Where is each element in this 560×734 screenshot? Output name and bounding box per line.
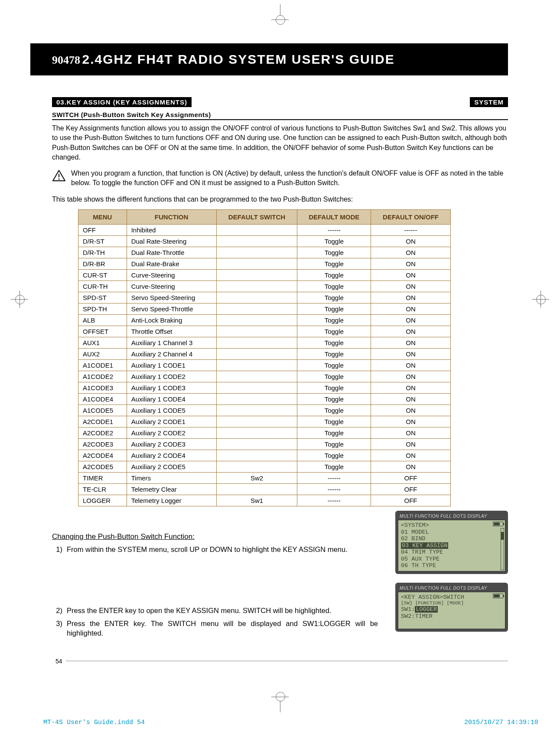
table-cell xyxy=(216,326,297,337)
table-cell: Toggle xyxy=(297,281,371,292)
table-cell xyxy=(216,416,297,427)
lcd1-screen: <SYSTEM>01 MODEL02 BIND03 KEY ASSIGN04 T… xyxy=(398,520,505,571)
table-cell: A2CODE2 xyxy=(78,427,127,439)
crop-mark-left xyxy=(11,290,28,308)
table-row: A1CODE1Auxiliary 1 CODE1ToggleON xyxy=(78,360,451,371)
table-cell: ON xyxy=(371,461,451,473)
lcd2-cols: [SW] [FUNCTION] [MODE] xyxy=(401,600,502,606)
table-row: A2CODE5Auxiliary 2 CODE5ToggleON xyxy=(78,461,451,473)
table-cell xyxy=(216,360,297,371)
table-cell: Telemetry Clear xyxy=(127,484,216,495)
footer-meta: MT-4S User's Guide.indd 54 2015/10/27 14… xyxy=(43,719,538,726)
table-cell xyxy=(216,349,297,360)
table-cell: D/R-BR xyxy=(78,258,127,270)
table-row: TIMERTimersSw2------OFF xyxy=(78,473,451,484)
intro-paragraph: The Key Assignments function allows you … xyxy=(52,124,508,163)
table-row: A2CODE3Auxiliary 2 CODE3ToggleON xyxy=(78,439,451,450)
table-cell xyxy=(216,382,297,394)
table-cell: A2CODE5 xyxy=(78,461,127,473)
table-cell: Toggle xyxy=(297,439,371,450)
table-row: SPD-THServo Speed-ThrottleToggleON xyxy=(78,303,451,315)
table-cell: ON xyxy=(371,382,451,394)
step-3-text: Press the ENTER key. The SWITCH menu wil… xyxy=(67,619,378,638)
table-cell: AUX2 xyxy=(78,349,127,360)
table-row: D/R-THDual Rate-ThrottleToggleON xyxy=(78,247,451,258)
table-cell xyxy=(216,247,297,258)
table-cell: Toggle xyxy=(297,349,371,360)
table-cell xyxy=(216,427,297,439)
table-cell: Toggle xyxy=(297,258,371,270)
table-cell: Toggle xyxy=(297,315,371,326)
table-cell xyxy=(216,315,297,326)
table-cell: Servo Speed-Steering xyxy=(127,292,216,303)
table-cell: A1CODE3 xyxy=(78,382,127,394)
lcd2-row2: SW2:TIMER xyxy=(401,613,502,620)
table-row: D/R-BRDual Rate-BrakeToggleON xyxy=(78,258,451,270)
page-number: 54 xyxy=(52,658,66,665)
lcd2-header: <KEY ASSIGN>SWITCH xyxy=(401,594,502,601)
table-cell xyxy=(216,439,297,450)
table-row: OFFSETThrottle OffsetToggleON xyxy=(78,326,451,337)
table-cell: Auxiliary 1 Channel 3 xyxy=(127,337,216,349)
table-cell: Timers xyxy=(127,473,216,484)
table-cell xyxy=(216,303,297,315)
table-intro: This table shows the different functions… xyxy=(52,196,508,203)
table-cell: AUX1 xyxy=(78,337,127,349)
step-3: 3)Press the ENTER key. The SWITCH menu w… xyxy=(52,619,378,638)
table-header: DEFAULT MODE xyxy=(297,210,371,225)
step-2-text: Press the ENTER key to open the KEY ASSI… xyxy=(67,606,331,615)
table-cell: ON xyxy=(371,349,451,360)
table-cell: Toggle xyxy=(297,326,371,337)
table-cell xyxy=(216,270,297,281)
lcd1-line: 03 KEY ASSIGN xyxy=(401,542,502,549)
section-tab-right: SYSTEM xyxy=(470,97,508,107)
table-cell: Auxiliary 1 CODE3 xyxy=(127,382,216,394)
table-row: A1CODE4Auxiliary 1 CODE4ToggleON xyxy=(78,394,451,405)
table-row: A2CODE1Auxiliary 2 CODE1ToggleON xyxy=(78,416,451,427)
table-cell: Toggle xyxy=(297,405,371,416)
table-cell xyxy=(216,337,297,349)
table-cell: TE-CLR xyxy=(78,484,127,495)
step-2: 2)Press the ENTER key to open the KEY AS… xyxy=(52,606,378,615)
table-cell: Toggle xyxy=(297,236,371,247)
table-cell xyxy=(216,484,297,495)
page-number-row: 54 xyxy=(52,658,508,665)
lcd1-line: 04 TRIM TYPE xyxy=(401,549,502,556)
table-cell xyxy=(216,371,297,382)
svg-point-1 xyxy=(59,178,60,179)
table-cell: Toggle xyxy=(297,371,371,382)
table-cell: Inhibited xyxy=(127,225,216,236)
table-header: MENU xyxy=(78,210,127,225)
table-header: DEFAULT SWITCH xyxy=(216,210,297,225)
table-cell: Auxiliary 2 CODE5 xyxy=(127,461,216,473)
warning-icon xyxy=(52,170,66,182)
table-cell: Auxiliary 1 CODE2 xyxy=(127,371,216,382)
instructions-heading: Changing the Push-Button Switch Function… xyxy=(52,532,378,541)
table-cell xyxy=(216,225,297,236)
table-cell xyxy=(216,450,297,461)
lcd1-line: 06 TH TYPE xyxy=(401,562,502,569)
table-row: A1CODE5Auxiliary 1 CODE5ToggleON xyxy=(78,405,451,416)
table-row: ALBAnti-Lock BrakingToggleON xyxy=(78,315,451,326)
table-cell: Sw1 xyxy=(216,495,297,506)
warning-text: When you program a function, that functi… xyxy=(71,169,508,188)
table-cell: ON xyxy=(371,258,451,270)
table-row: CUR-THCurve-SteeringToggleON xyxy=(78,281,451,292)
table-cell: ON xyxy=(371,405,451,416)
table-cell: ON xyxy=(371,270,451,281)
table-cell: Dual Rate-Throttle xyxy=(127,247,216,258)
table-cell: CUR-ST xyxy=(78,270,127,281)
table-header: FUNCTION xyxy=(127,210,216,225)
table-cell xyxy=(216,281,297,292)
table-row: AUX2Auxiliary 2 Channel 4ToggleON xyxy=(78,349,451,360)
table-cell: OFF xyxy=(78,225,127,236)
table-cell: Auxiliary 2 CODE2 xyxy=(127,427,216,439)
table-header: DEFAULT ON/OFF xyxy=(371,210,451,225)
functions-table: MENUFUNCTIONDEFAULT SWITCHDEFAULT MODEDE… xyxy=(78,209,451,506)
table-cell: OFF xyxy=(371,473,451,484)
table-cell: Toggle xyxy=(297,416,371,427)
lcd-screenshot-2: MULTI FUNCTION FULL DOTS DISPLAY <KEY AS… xyxy=(395,583,508,632)
table-cell: Anti-Lock Braking xyxy=(127,315,216,326)
table-cell: Toggle xyxy=(297,394,371,405)
section-tab-left: 03.KEY ASSIGN (KEY ASSIGNMENTS) xyxy=(52,97,192,107)
